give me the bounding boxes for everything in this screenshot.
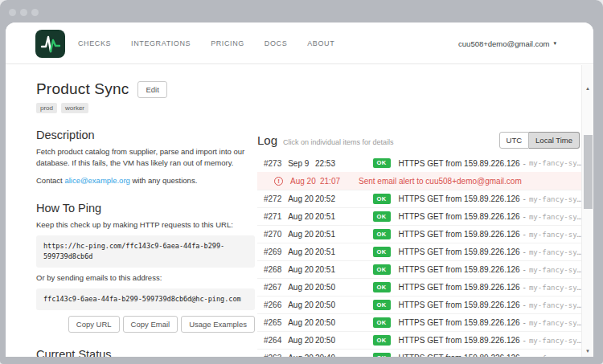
ping-time: 20:49: [315, 354, 345, 357]
ping-id: #263: [264, 354, 288, 357]
ping-date: Aug 20: [288, 247, 315, 256]
scrollbar-thumb[interactable]: [584, 135, 593, 209]
description-text: Fetch product catalog from supplier, par…: [36, 146, 255, 169]
log-row[interactable]: #264Aug 2020:50OKHTTPS GET from 159.89.2…: [257, 331, 581, 349]
contact-email-link[interactable]: alice@example.org: [64, 176, 129, 185]
check-details-panel: Product Sync Edit prodworker Description…: [36, 64, 255, 357]
window-dot-icon[interactable]: [31, 9, 39, 16]
ping-separator: -: [523, 212, 526, 221]
ok-badge: OK: [373, 282, 391, 292]
ping-remote-note: my-fancy-sy…: [529, 231, 581, 239]
log-row[interactable]: !Aug 2021:07Sent email alert to cuu508+d…: [257, 172, 581, 190]
log-row[interactable]: #263Aug 2020:49OKHTTPS GET from 159.89.2…: [257, 349, 581, 357]
nav-link-pricing[interactable]: PRICING: [211, 39, 244, 47]
ping-remote-note: my-fancy-sy…: [529, 354, 581, 358]
ok-badge: OK: [373, 158, 391, 169]
ping-date: Aug 20: [288, 194, 315, 203]
log-row[interactable]: #272Aug 2020:52OKHTTPS GET from 159.89.2…: [257, 190, 581, 207]
description-heading: Description: [36, 129, 255, 141]
ping-remote-note: my-fancy-sy…: [529, 213, 581, 221]
ok-badge: OK: [373, 317, 391, 328]
utc-button[interactable]: UTC: [499, 132, 530, 149]
ping-actions: Copy URLCopy EmailUsage Examples: [36, 316, 255, 333]
copy-url-button[interactable]: Copy URL: [68, 316, 120, 333]
ping-date: Aug 20: [288, 336, 315, 345]
ping-separator: -: [523, 159, 526, 168]
ping-separator: -: [523, 194, 526, 203]
nav-link-docs[interactable]: DOCS: [265, 39, 287, 47]
ping-time: 20:51: [315, 230, 345, 239]
ping-event: HTTPS GET from 159.89.226.126: [399, 159, 520, 168]
navbar: CHECKSINTEGRATIONSPRICINGDOCSABOUT cuu50…: [6, 22, 593, 64]
nav-link-about[interactable]: ABOUT: [307, 39, 334, 47]
ping-id: #269: [264, 247, 288, 256]
log-row[interactable]: #267Aug 2020:50OKHTTPS GET from 159.89.2…: [257, 278, 581, 296]
local-time-button[interactable]: Local Time: [529, 132, 580, 149]
ok-badge: OK: [373, 194, 391, 204]
ping-id: #272: [264, 194, 288, 203]
contact-line: Contact alice@example.org with any quest…: [36, 175, 255, 186]
log-panel: Log Click on individual items for detail…: [257, 133, 581, 357]
log-heading: Log: [257, 133, 277, 147]
chevron-down-icon: ▾: [553, 40, 556, 47]
log-row[interactable]: #270Aug 2020:51OKHTTPS GET from 159.89.2…: [257, 225, 581, 243]
log-row[interactable]: #265Aug 2020:50OKHTTPS GET from 159.89.2…: [257, 313, 581, 331]
log-row[interactable]: #273Sep 922:53OKHTTPS GET from 159.89.22…: [257, 154, 581, 172]
log-row[interactable]: #266Aug 2020:50OKHTTPS GET from 159.89.2…: [257, 296, 581, 313]
ping-date: Aug 20: [288, 230, 315, 239]
browser-window-frame: CHECKSINTEGRATIONSPRICINGDOCSABOUT cuu50…: [0, 0, 603, 364]
ping-id: #264: [264, 336, 288, 345]
ping-url-instruction: Keep this check up by making HTTP reques…: [36, 219, 255, 231]
ping-date: Aug 20: [288, 301, 315, 309]
usage-examples-button[interactable]: Usage Examples: [181, 316, 255, 333]
ping-time: 22:53: [315, 159, 345, 168]
ping-separator: -: [523, 318, 526, 327]
ping-date: Aug 20: [288, 212, 315, 221]
ping-id: #267: [264, 283, 288, 292]
healthchecks-logo-icon[interactable]: [35, 30, 65, 58]
log-table: #273Sep 922:53OKHTTPS GET from 159.89.22…: [257, 154, 581, 357]
window-dot-icon[interactable]: [20, 9, 27, 16]
ping-id: #273: [264, 159, 288, 168]
scrollbar-down-icon[interactable]: ▼: [582, 349, 593, 354]
alert-message: Sent email alert to cuu508+demo@gmail.co…: [359, 177, 522, 186]
ping-event: HTTPS GET from 159.89.226.126: [399, 247, 520, 256]
ping-separator: -: [523, 230, 526, 239]
account-menu[interactable]: cuu508+demo@gmail.com ▾: [458, 22, 556, 64]
ping-remote-note: my-fancy-sy…: [529, 159, 581, 167]
ping-event: HTTPS GET from 159.89.226.126: [399, 336, 520, 345]
ping-id: #270: [264, 230, 288, 239]
ping-time: 20:51: [315, 247, 345, 256]
ping-email-code: ffc143c9-6aea-44fa-b299-599739d8cb6d@hc-…: [36, 288, 255, 310]
ping-separator: -: [523, 247, 526, 256]
page-scrollbar[interactable]: ▲ ▼: [581, 65, 593, 357]
ping-remote-note: my-fancy-sy…: [529, 266, 581, 274]
ping-event: HTTPS GET from 159.89.226.126: [399, 265, 520, 274]
ping-event: HTTPS GET from 159.89.226.126: [399, 194, 520, 203]
ping-event: HTTPS GET from 159.89.226.126: [399, 212, 520, 221]
log-row[interactable]: #268Aug 2020:51OKHTTPS GET from 159.89.2…: [257, 260, 581, 278]
nav-link-checks[interactable]: CHECKS: [78, 39, 111, 47]
copy-email-button[interactable]: Copy Email: [123, 316, 178, 333]
alert-exclamation-icon: !: [274, 177, 283, 186]
log-row[interactable]: #271Aug 2020:51OKHTTPS GET from 159.89.2…: [257, 207, 581, 225]
page-title: Product Sync: [36, 80, 129, 98]
ok-badge: OK: [373, 229, 391, 239]
scrollbar-up-icon[interactable]: ▲: [582, 86, 593, 91]
ok-badge: OK: [373, 211, 391, 222]
ping-event: HTTPS GET from 159.89.226.126: [399, 354, 520, 357]
nav-link-integrations[interactable]: INTEGRATIONS: [131, 39, 191, 47]
ping-remote-note: my-fancy-sy…: [529, 337, 581, 345]
ping-separator: -: [523, 283, 526, 292]
ping-email-instruction: Or by sending emails to this address:: [36, 272, 255, 284]
ping-time: 20:52: [315, 194, 345, 203]
ok-badge: OK: [373, 264, 391, 275]
ping-date: Aug 20: [288, 283, 315, 292]
log-header: Log Click on individual items for detail…: [257, 133, 581, 153]
tag-worker: worker: [61, 103, 88, 113]
log-row[interactable]: #269Aug 2020:51OKHTTPS GET from 159.89.2…: [257, 243, 581, 260]
ping-time: 20:50: [315, 336, 345, 345]
ping-time: 20:50: [315, 283, 345, 292]
edit-button[interactable]: Edit: [137, 81, 166, 98]
window-dot-icon[interactable]: [9, 9, 16, 16]
